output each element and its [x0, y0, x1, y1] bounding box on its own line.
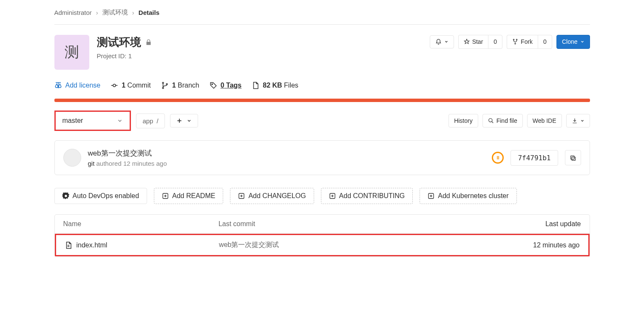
commit-icon: [111, 82, 118, 89]
clone-label: Clone: [562, 38, 578, 45]
branches-count: 1: [172, 82, 176, 89]
branch-name: master: [62, 117, 83, 125]
plus-icon: [176, 118, 182, 124]
project-activity-bar: [54, 99, 590, 102]
last-commit-panel: web第一次提交测试 git authored 12 minutes ago I…: [54, 140, 590, 175]
table-head-update: Last update: [513, 220, 581, 228]
pipeline-status-icon[interactable]: II: [492, 152, 504, 164]
commit-sha[interactable]: 7f4791b1: [511, 150, 558, 166]
branches-label: Branch: [178, 82, 199, 89]
svg-point-7: [212, 84, 213, 85]
copy-icon: [570, 155, 576, 162]
scale-icon: [54, 82, 62, 89]
branch-icon: [161, 82, 169, 89]
breadcrumb-current: Details: [139, 9, 159, 16]
svg-point-8: [488, 119, 492, 122]
files-label: Files: [284, 82, 298, 89]
file-name: index.html: [77, 241, 108, 249]
plus-circle-icon: [162, 193, 169, 199]
plus-circle-icon: [238, 193, 245, 199]
clone-button[interactable]: Clone: [556, 35, 590, 49]
add-file-dropdown[interactable]: [170, 114, 198, 128]
add-changelog-button[interactable]: Add CHANGELOG: [230, 188, 314, 204]
commits-count: 1: [122, 82, 125, 89]
find-file-label: Find file: [496, 117, 517, 125]
add-license-label: Add license: [65, 82, 101, 89]
lock-icon: [145, 39, 152, 46]
file-icon: [65, 241, 72, 249]
fork-icon: [512, 39, 518, 45]
web-ide-button[interactable]: Web IDE: [527, 114, 562, 128]
svg-rect-10: [570, 156, 574, 159]
commit-time: 12 minutes ago: [123, 160, 167, 167]
file-last-commit[interactable]: web第一次提交测试: [219, 241, 511, 250]
file-last-update: 12 minutes ago: [512, 241, 580, 249]
files-size: 82 KB: [263, 82, 282, 89]
svg-point-6: [162, 88, 164, 89]
project-title: 测试环境: [97, 35, 141, 50]
chevron-down-icon: [444, 40, 448, 44]
svg-point-5: [166, 84, 167, 85]
autodevops-label: Auto DevOps enabled: [73, 192, 139, 200]
svg-point-4: [162, 82, 164, 84]
add-k8s-button[interactable]: Add Kubernetes cluster: [420, 188, 516, 204]
tags-count: 0: [221, 82, 224, 89]
table-head-commit: Last commit: [218, 220, 513, 228]
add-changelog-label: Add CHANGELOG: [248, 192, 306, 200]
file-table: Name Last commit Last update index.html …: [54, 214, 590, 257]
tag-icon: [210, 82, 217, 89]
svg-point-1: [516, 40, 517, 40]
files-stat[interactable]: 82 KB Files: [252, 82, 298, 89]
breadcrumb: Administrator › 测试环境 › Details: [54, 9, 590, 25]
autodevops-button[interactable]: Auto DevOps enabled: [54, 188, 148, 204]
star-button[interactable]: Star: [458, 35, 488, 49]
commits-stat[interactable]: 1 Commit: [111, 82, 150, 89]
breadcrumb-project[interactable]: 测试环境: [102, 9, 128, 17]
commit-author: git: [88, 160, 95, 167]
download-icon: [572, 118, 578, 124]
commit-authored-label: authored: [96, 160, 122, 167]
add-contributing-label: Add CONTRIBUTING: [339, 192, 405, 200]
fork-count: 0: [538, 35, 552, 49]
chevron-down-icon: [187, 118, 192, 123]
project-avatar: 测: [54, 35, 89, 70]
history-button[interactable]: History: [448, 114, 478, 128]
table-head-name: Name: [63, 220, 218, 228]
file-icon: [252, 82, 259, 89]
copy-sha-button[interactable]: [565, 150, 581, 165]
star-count: 0: [488, 35, 502, 49]
chevron-right-icon: ›: [132, 9, 134, 16]
tags-label: Tags: [226, 82, 241, 89]
chevron-down-icon: [117, 118, 123, 124]
add-license-link[interactable]: Add license: [54, 82, 101, 89]
project-id: Project ID: 1: [97, 52, 422, 60]
path-segment: app: [142, 117, 153, 125]
commit-title[interactable]: web第一次提交测试: [88, 148, 485, 158]
add-k8s-label: Add Kubernetes cluster: [438, 192, 508, 200]
bell-icon: [435, 39, 442, 45]
branch-selector[interactable]: master: [54, 111, 131, 131]
branches-stat[interactable]: 1 Branch: [161, 82, 199, 89]
path-breadcrumb[interactable]: app /: [136, 113, 165, 128]
svg-rect-9: [572, 157, 575, 160]
breadcrumb-root[interactable]: Administrator: [54, 9, 92, 16]
star-icon: [464, 39, 470, 45]
svg-point-3: [113, 84, 116, 87]
find-file-button[interactable]: Find file: [482, 114, 523, 128]
tags-stat[interactable]: 0 Tags: [210, 82, 242, 89]
plus-circle-icon: [329, 193, 336, 199]
chevron-right-icon: ›: [96, 9, 98, 16]
add-contributing-button[interactable]: Add CONTRIBUTING: [321, 188, 413, 204]
fork-label: Fork: [521, 38, 533, 45]
chevron-down-icon: [580, 40, 584, 44]
add-readme-label: Add README: [172, 192, 215, 200]
avatar: [63, 149, 81, 167]
download-dropdown[interactable]: [566, 114, 590, 128]
svg-point-2: [515, 43, 516, 44]
fork-button[interactable]: Fork: [507, 35, 538, 49]
gear-icon: [62, 193, 69, 199]
add-readme-button[interactable]: Add README: [154, 188, 223, 204]
svg-point-0: [513, 40, 514, 40]
table-row[interactable]: index.html web第一次提交测试 12 minutes ago: [55, 234, 590, 256]
notification-dropdown[interactable]: [430, 35, 454, 48]
